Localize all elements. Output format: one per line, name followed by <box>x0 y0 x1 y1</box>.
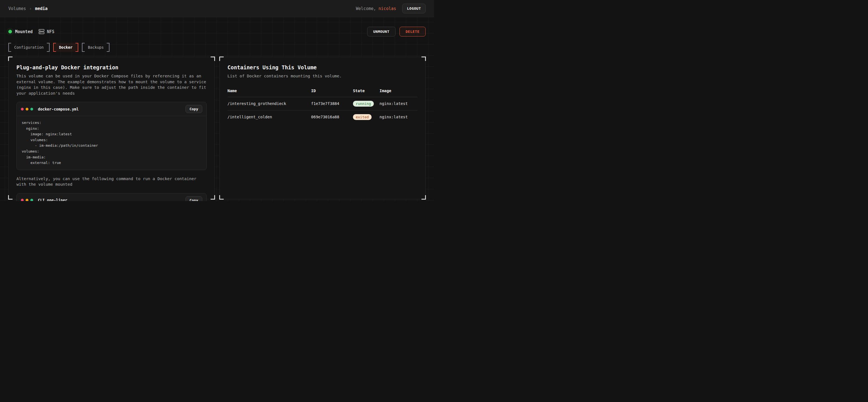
cli-block-title: CLI one-liner <box>38 198 67 201</box>
delete-button[interactable]: DELETE <box>399 27 426 36</box>
panel-corner-icon <box>8 195 12 200</box>
compose-copy-button[interactable]: Copy <box>186 105 202 113</box>
docker-panel-title: Plug-and-play Docker integration <box>17 64 207 70</box>
column-header-image: Image <box>379 86 417 97</box>
filesystem-type: NFS <box>38 29 54 34</box>
compose-code-content: services: nginx: image: nginx:latest vol… <box>17 116 207 170</box>
compose-filename: docker-compose.yml <box>38 107 79 111</box>
panel-corner-icon <box>211 57 215 61</box>
panel-corner-icon <box>8 57 12 61</box>
tab-configuration[interactable]: Configuration <box>8 43 50 52</box>
column-header-name: Name <box>227 86 311 97</box>
welcome-prefix: Welcome, <box>356 6 378 11</box>
cli-copy-button[interactable]: Copy <box>186 196 202 201</box>
compose-code-block: docker-compose.yml Copy services: nginx:… <box>17 102 207 170</box>
chevron-right-icon: › <box>29 6 31 11</box>
traffic-light-yellow-icon <box>26 108 28 110</box>
top-bar: Volumes › media Welcome, nicolas LOGOUT <box>0 0 434 17</box>
breadcrumb: Volumes › media <box>8 6 48 11</box>
container-id: 069e73016a88 <box>311 110 353 124</box>
docker-panel-description: This volume can be used in your Docker C… <box>17 73 207 96</box>
traffic-light-red-icon <box>21 199 24 201</box>
traffic-light-green-icon <box>30 199 33 201</box>
traffic-light-green-icon <box>30 108 33 110</box>
compose-code-header: docker-compose.yml Copy <box>17 102 207 116</box>
panels-row: Plug-and-play Docker integration This vo… <box>8 57 426 199</box>
table-header-row: Name ID State Image <box>227 86 418 97</box>
status-row: Mounted NFS UNMOUNT DELETE <box>8 27 426 36</box>
containers-table: Name ID State Image /interesting_grothen… <box>227 86 418 124</box>
traffic-light-dots <box>21 199 33 201</box>
mounted-status-dot-icon <box>8 30 12 33</box>
volume-actions: UNMOUNT DELETE <box>367 27 426 36</box>
username: nicolas <box>378 6 396 11</box>
status-badge: running <box>353 101 374 107</box>
mounted-status-label: Mounted <box>15 29 33 34</box>
tab-bar: Configuration Docker Backups <box>8 43 426 52</box>
topbar-right: Welcome, nicolas LOGOUT <box>356 4 426 13</box>
status-badge: exited <box>353 114 372 120</box>
filesystem-type-label: NFS <box>47 29 54 34</box>
server-icon <box>38 29 44 34</box>
unmount-button[interactable]: UNMOUNT <box>367 27 396 36</box>
traffic-light-yellow-icon <box>26 199 28 201</box>
welcome-text: Welcome, nicolas <box>356 6 396 11</box>
container-name: /intelligent_colden <box>227 110 311 124</box>
containers-panel-title: Containers Using This Volume <box>227 64 418 70</box>
cli-code-header: CLI one-liner Copy <box>17 194 207 201</box>
cli-code-block: CLI one-liner Copy docker run -v im-medi… <box>17 193 207 201</box>
panel-corner-icon <box>422 57 426 61</box>
panel-corner-icon <box>219 57 224 61</box>
container-image: nginx:latest <box>379 97 417 110</box>
panel-corner-icon <box>422 195 426 200</box>
traffic-light-dots <box>21 108 33 110</box>
traffic-light-red-icon <box>21 108 24 110</box>
column-header-state: State <box>353 86 380 97</box>
containers-panel: Containers Using This Volume List of Doc… <box>219 57 426 199</box>
tab-backups[interactable]: Backups <box>82 43 110 52</box>
breadcrumb-current-volume: media <box>35 6 48 11</box>
table-row: /interesting_grothendieck f1e73e7f3884 r… <box>227 97 418 110</box>
breadcrumb-volumes-link[interactable]: Volumes <box>8 6 26 11</box>
table-row: /intelligent_colden 069e73016a88 exited … <box>227 110 418 124</box>
tab-docker[interactable]: Docker <box>53 43 79 52</box>
container-id: f1e73e7f3884 <box>311 97 353 110</box>
cli-intro-text: Alternatively, you can use the following… <box>17 176 207 187</box>
container-image: nginx:latest <box>379 110 417 124</box>
panel-corner-icon <box>219 195 224 200</box>
column-header-id: ID <box>311 86 353 97</box>
panel-corner-icon <box>211 195 215 200</box>
docker-integration-panel: Plug-and-play Docker integration This vo… <box>8 57 215 199</box>
volume-status: Mounted NFS <box>8 29 54 34</box>
containers-panel-subtitle: List of Docker containers mounting this … <box>227 73 418 79</box>
logout-button[interactable]: LOGOUT <box>402 4 426 13</box>
main-content: Mounted NFS UNMOUNT DELETE Configuration… <box>0 17 434 201</box>
container-name: /interesting_grothendieck <box>227 97 311 110</box>
